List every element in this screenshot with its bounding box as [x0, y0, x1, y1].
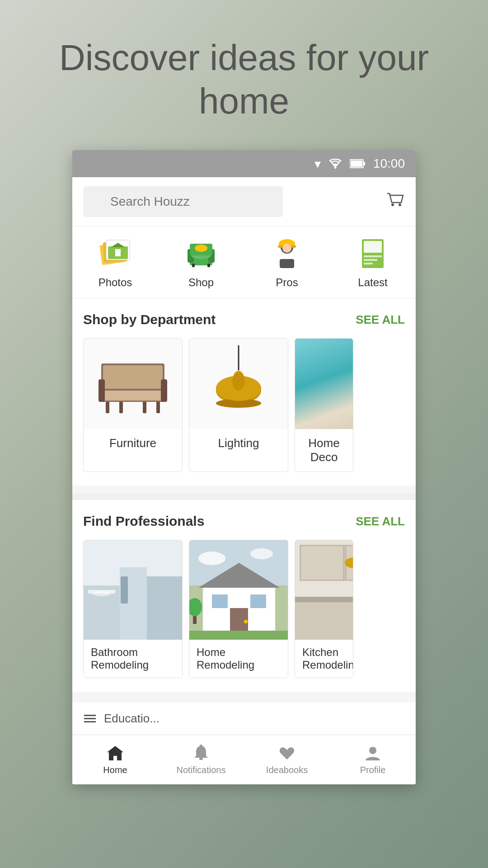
pro-cards-container: BathroomRemodeling — [83, 540, 405, 678]
cart-icon — [385, 190, 405, 210]
bottom-nav: Home Notifications Ideabooks Profile — [72, 735, 416, 784]
shop-card-furniture[interactable]: Furniture — [83, 338, 183, 472]
pros-see-all-button[interactable]: SEE ALL — [356, 514, 405, 528]
svg-point-56 — [198, 552, 225, 565]
shop-icon — [183, 236, 219, 272]
svg-rect-25 — [280, 259, 294, 268]
svg-point-24 — [282, 244, 291, 253]
svg-point-57 — [250, 548, 273, 559]
nav-notifications-label: Notifications — [177, 765, 226, 775]
svg-rect-3 — [351, 160, 362, 167]
nav-profile-label: Profile — [360, 765, 386, 775]
person-icon — [364, 744, 382, 762]
svg-point-4 — [391, 203, 394, 206]
svg-rect-40 — [161, 379, 167, 402]
svg-rect-39 — [99, 379, 105, 402]
svg-marker-82 — [107, 746, 123, 760]
svg-rect-38 — [103, 365, 163, 389]
pros-icon — [269, 236, 305, 272]
status-bar: ▾ 10:00 — [72, 150, 416, 177]
nav-latest[interactable]: Latest — [330, 226, 416, 298]
lighting-img — [189, 339, 288, 429]
shop-see-all-button[interactable]: SEE ALL — [356, 313, 405, 327]
svg-rect-36 — [103, 390, 163, 401]
nav-item-profile[interactable]: Profile — [330, 735, 416, 784]
svg-rect-68 — [295, 599, 353, 640]
svg-rect-61 — [250, 594, 266, 608]
hero-title: Discover ideas for your home — [27, 36, 461, 123]
svg-rect-19 — [207, 264, 210, 267]
nav-item-ideabooks[interactable]: Ideabooks — [244, 735, 330, 784]
cart-button[interactable] — [385, 190, 405, 214]
pro-cards-scroll: BathroomRemodeling — [83, 540, 405, 678]
pro-card-bathroom[interactable]: BathroomRemodeling — [83, 540, 183, 678]
category-nav: Photos — [72, 226, 416, 298]
kitchen-label: KitchenRemodelin — [295, 640, 353, 678]
svg-point-85 — [369, 747, 376, 754]
svg-point-5 — [399, 203, 401, 206]
lighting-label: Lighting — [189, 429, 288, 458]
kitchen-img — [295, 540, 353, 640]
nav-ideabooks-label: Ideabooks — [266, 765, 308, 775]
photos-icon — [97, 236, 133, 272]
svg-rect-60 — [212, 594, 228, 608]
shop-section-header: Shop by Department SEE ALL — [83, 312, 405, 327]
pro-card-kitchen[interactable]: KitchenRemodelin — [295, 540, 353, 678]
status-time: 10:00 — [373, 156, 405, 171]
furniture-label: Furniture — [84, 429, 182, 458]
menu-icon — [83, 712, 97, 726]
app-card: ▾ 10:00 🔍 — [72, 150, 416, 784]
svg-rect-83 — [199, 758, 203, 760]
svg-point-46 — [232, 373, 245, 391]
nav-item-home[interactable]: Home — [72, 735, 158, 784]
shop-cards-scroll: Furniture — [83, 338, 405, 472]
education-label: Educatio... — [104, 712, 160, 726]
homedeco-img — [295, 339, 353, 429]
home-icon — [106, 744, 124, 762]
svg-rect-2 — [363, 162, 365, 165]
bell-icon — [192, 744, 210, 762]
nav-item-notifications[interactable]: Notifications — [158, 735, 244, 784]
pros-section: Find Professionals SEE ALL — [72, 500, 416, 692]
bottom-padding — [72, 699, 416, 703]
svg-point-84 — [200, 745, 202, 747]
svg-point-53 — [93, 591, 111, 596]
home-remodel-label: Home Remodeling — [189, 640, 288, 678]
svg-point-17 — [195, 245, 207, 252]
photos-label: Photos — [99, 276, 132, 289]
remodel-img — [189, 540, 288, 640]
shop-card-homedeco[interactable]: Home Deco — [295, 338, 353, 472]
svg-rect-28 — [364, 255, 382, 257]
hero-area: Discover ideas for your home — [0, 0, 488, 150]
wifi-icon: ▾ — [314, 156, 321, 171]
svg-rect-30 — [364, 263, 373, 264]
svg-rect-29 — [364, 259, 377, 261]
section-divider-1 — [72, 493, 416, 500]
search-wrapper: 🔍 — [83, 186, 378, 217]
svg-rect-18 — [192, 264, 195, 267]
nav-home-label: Home — [103, 765, 127, 775]
svg-rect-69 — [295, 597, 353, 602]
pros-label: Pros — [276, 276, 298, 289]
svg-rect-79 — [84, 715, 96, 716]
wifi-icon-svg — [328, 159, 343, 169]
shop-section: Shop by Department SEE ALL — [72, 298, 416, 486]
battery-icon — [350, 159, 366, 169]
nav-photos[interactable]: Photos — [72, 226, 158, 298]
heart-icon — [278, 744, 296, 762]
latest-label: Latest — [358, 276, 387, 289]
svg-rect-50 — [147, 576, 183, 640]
svg-rect-81 — [84, 721, 96, 722]
bathroom-img — [84, 540, 182, 640]
search-input[interactable] — [83, 186, 283, 217]
homedeco-label: Home Deco — [295, 429, 353, 472]
shop-label: Shop — [188, 276, 214, 289]
main-content: Shop by Department SEE ALL — [72, 298, 416, 735]
shop-card-lighting[interactable]: Lighting — [189, 338, 288, 472]
svg-point-63 — [244, 620, 248, 623]
nav-shop[interactable]: Shop — [158, 226, 244, 298]
svg-rect-27 — [364, 241, 382, 253]
pro-card-home-remodel[interactable]: Home Remodeling — [189, 540, 288, 678]
nav-pros[interactable]: Pros — [244, 226, 330, 298]
svg-rect-11 — [115, 249, 121, 256]
